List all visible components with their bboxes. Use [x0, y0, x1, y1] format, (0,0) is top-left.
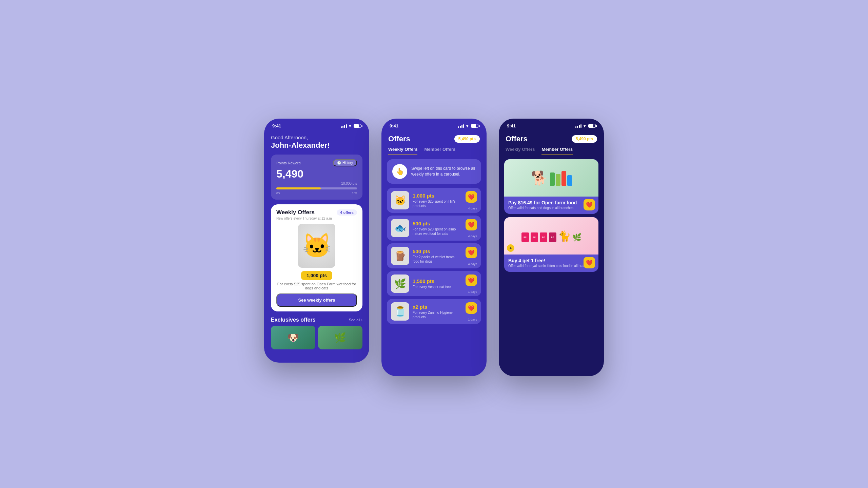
offer-pts-5: x2 pts	[413, 304, 462, 310]
points-max: 10,000 pts	[276, 182, 357, 185]
member-offer-title-1: Pay $16.49 for Open farm food	[508, 200, 594, 205]
weekly-title: Weekly Offers	[276, 209, 315, 216]
tab-member-offers[interactable]: Member Offers	[424, 147, 455, 155]
cat-food-image: 🐱	[298, 224, 335, 268]
offer-thumb-1: 🐱	[391, 191, 409, 209]
time-1: 9:41	[272, 123, 281, 128]
wifi-icon-3: ▾	[584, 124, 586, 128]
offers-badge: 4 offers	[337, 209, 357, 216]
offer-days-1: 4 days	[468, 207, 477, 210]
screens-container: 9:41 ▾ Good Afternoon, John-Alexander!	[264, 112, 604, 376]
offer-thumb-5: 🫙	[391, 302, 409, 321]
screen1-content: Good Afternoon, John-Alexander! Points R…	[264, 131, 369, 353]
offer-item-4[interactable]: 🌿 1,500 pts For every Vesper cat tree ❤️…	[387, 271, 481, 296]
offer-item-1[interactable]: 🐱 1,000 pts For every $25 spent on Hill'…	[387, 188, 481, 213]
points-value: 5,490	[276, 168, 357, 180]
points-card: Points Reward 🕐 History 5,490 10,000 pts…	[271, 155, 362, 200]
offer-info-5: x2 pts For every Zanimo Hygieneproducts	[413, 304, 462, 319]
battery-icon-1	[354, 124, 361, 128]
phone-home: 9:41 ▾ Good Afternoon, John-Alexander!	[264, 119, 369, 363]
offer-info-3: 500 pts For 2 packs of vetdiet treatsfoo…	[413, 248, 462, 264]
offer-fav-2[interactable]: ❤️	[466, 219, 477, 230]
offer-days-2: 4 days	[468, 235, 477, 238]
member-offer-sub-2: Offer valid for royal canin kitten cats …	[508, 264, 594, 268]
member-offer-1[interactable]: 🐕 Pay $16.49 for Open farm food Offer va…	[504, 159, 598, 214]
signal-icon-3	[575, 124, 581, 128]
status-icons-2: ▾	[458, 124, 478, 128]
offer-pts-1: 1,000 pts	[413, 193, 462, 199]
signal-icon-2	[458, 124, 464, 128]
screen3-pts-label: pts	[587, 137, 593, 141]
signal-icon-1	[341, 124, 347, 128]
tab-weekly-screen3[interactable]: Weekly Offers	[506, 147, 535, 155]
offer-pts-2: 500 pts	[413, 221, 462, 226]
points-label-text: Points Reward	[276, 161, 301, 165]
member-offer-2[interactable]: RC RC RC RC 🐈 🌿 4 Buy 4 get 1 free! Offe…	[504, 217, 598, 272]
exclusives-header: Exclusives offers See all ›	[271, 317, 362, 323]
excl-img-1: 🐶	[271, 326, 315, 349]
offer-desc-1: For every $25 spent on Hill'sproducts	[413, 199, 462, 208]
phone-offers-member: 9:41 ▾ Offers 5,490 pts	[499, 119, 604, 376]
progress-fill	[276, 187, 321, 189]
wifi-icon-2: ▾	[466, 124, 468, 128]
offer-item-2[interactable]: 🐟 500 pts For every $20 spent on almonat…	[387, 216, 481, 241]
offer-thumb-2: 🐟	[391, 219, 409, 237]
member-dot-2: 4	[507, 244, 514, 252]
offer-pts-3: 500 pts	[413, 248, 462, 254]
screen3-title: Offers	[506, 135, 528, 143]
screen3-points-pill: 5,490 pts	[572, 135, 597, 143]
exclusives-title: Exclusives offers	[271, 317, 316, 323]
screen2-points-pill: 5,490 pts	[454, 135, 480, 143]
swipe-icon: 👆	[392, 164, 407, 179]
screen2-tabs: Weekly Offers Member Offers	[381, 143, 487, 155]
time-2: 9:41	[390, 123, 398, 128]
points-label-row: Points Reward 🕐 History	[276, 159, 357, 166]
screen3-pts-value: 5,490	[576, 137, 586, 141]
offer-days-3: 4 days	[468, 262, 477, 266]
wifi-icon-1: ▾	[349, 124, 351, 128]
screen2-header: Offers 5,490 pts	[381, 131, 487, 143]
offer-thumb-4: 🌿	[391, 274, 409, 293]
battery-icon-2	[471, 124, 478, 128]
member-offer-img-1: 🐕	[504, 159, 598, 197]
offer-list: 🐱 1,000 pts For every $25 spent on Hill'…	[381, 188, 487, 324]
offer-fav-1[interactable]: ❤️	[466, 191, 477, 203]
member-offer-sub-1: Offer valid for cats and dogs in all bra…	[508, 206, 594, 210]
swipe-hint-card: 👆 Swipe left on this card to browse all …	[387, 159, 481, 184]
exclusives-section: Exclusives offers See all › 🐶 🌿	[271, 317, 362, 349]
status-bar-1: 9:41 ▾	[264, 119, 369, 131]
greeting-text: Good Afternoon,	[271, 135, 362, 140]
battery-icon-3	[588, 124, 596, 128]
points-pill-pts: pts	[470, 137, 476, 141]
swipe-text: Swipe left on this card to browse all we…	[411, 166, 476, 177]
user-name: John-Alexander!	[271, 141, 362, 150]
offer-pts-4: 1,500 pts	[413, 278, 462, 284]
progress-max: 10$	[352, 191, 357, 195]
offer-item-5[interactable]: 🫙 x2 pts For every Zanimo Hygieneproduct…	[387, 299, 481, 324]
excl-img-2: 🌿	[318, 326, 362, 349]
see-all-link[interactable]: See all ›	[349, 318, 362, 322]
offer-fav-5[interactable]: ❤️	[466, 302, 477, 314]
hand-icon: 👆	[396, 167, 404, 176]
points-pill-value: 5,490	[458, 137, 469, 141]
member-offer-title-2: Buy 4 get 1 free!	[508, 258, 594, 263]
offer-item-3[interactable]: 🪵 500 pts For 2 packs of vetdiet treatsf…	[387, 243, 481, 268]
exclusives-images: 🐶 🌿	[271, 326, 362, 349]
offer-fav-3[interactable]: ❤️	[466, 247, 477, 258]
offer-fav-4[interactable]: ❤️	[466, 274, 477, 286]
offer-thumb-3: 🪵	[391, 247, 409, 265]
offer-info-2: 500 pts For every $20 spent on almonatur…	[413, 221, 462, 236]
tab-member-screen3[interactable]: Member Offers	[541, 147, 573, 155]
cat-icon: 🐈	[558, 230, 571, 242]
status-bar-3: 9:41 ▾	[499, 119, 604, 131]
offer-days-4: 1 days	[468, 290, 477, 293]
see-offers-button[interactable]: See weekly offers	[276, 293, 357, 307]
screen2-title: Offers	[388, 135, 410, 143]
dog-icon: 🐕	[531, 170, 548, 186]
member-fav-2[interactable]: ❤️	[584, 257, 595, 268]
member-fav-1[interactable]: ❤️	[584, 199, 595, 210]
history-button[interactable]: 🕐 History	[333, 159, 357, 166]
status-icons-3: ▾	[575, 124, 596, 128]
cat-food-emoji: 🐱	[302, 232, 332, 260]
tab-weekly-offers[interactable]: Weekly Offers	[388, 147, 417, 155]
